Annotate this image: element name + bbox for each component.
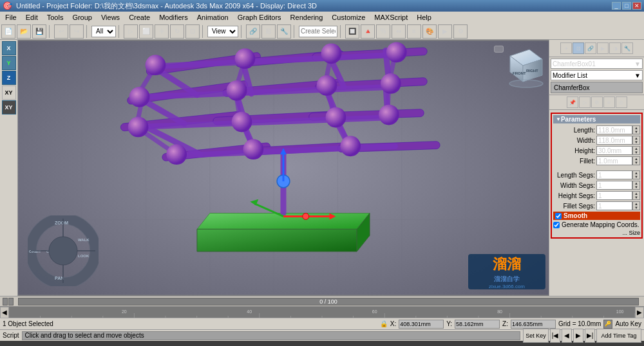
render-setup-button[interactable]: ⚙ — [453, 24, 468, 39]
lock-icon[interactable]: 🔒 — [380, 320, 388, 327]
rp-select-icon[interactable]: ▷ — [579, 96, 591, 108]
link-button[interactable]: 🔗 — [246, 24, 260, 39]
modifier-dropdown-arrow[interactable]: ▼ — [634, 72, 641, 79]
object-name-field[interactable]: ChamferBox01 ▼ — [551, 59, 643, 69]
rp-modify-icon[interactable]: ⊡ — [573, 42, 584, 54]
minimize-button[interactable]: _ — [612, 2, 621, 10]
save-button[interactable]: 💾 — [32, 24, 46, 39]
rp-motion-icon[interactable]: ▶ — [597, 42, 609, 54]
all-dropdown[interactable]: All — [91, 26, 116, 37]
material-button[interactable]: 🎨 — [422, 24, 437, 39]
select-region-button[interactable]: ⬜ — [139, 24, 153, 39]
viewport[interactable]: Orthographic — [18, 40, 549, 296]
time-controls[interactable]: |◀ — [550, 329, 560, 343]
timeline-track[interactable]: 20 40 60 80 100 — [9, 307, 635, 318]
param-width-spinner[interactable]: ▲ ▼ — [632, 136, 640, 145]
param-fillet-value[interactable]: 1.0mm — [596, 156, 632, 165]
lt-y-axis[interactable]: Y — [2, 56, 16, 70]
param-height-value[interactable]: 30.0mm — [596, 146, 632, 155]
param-height-segs-value[interactable]: 1 — [596, 191, 632, 200]
timeline-prev-btn[interactable]: ◀ — [0, 307, 9, 318]
params-collapse-icon[interactable]: ▼ — [556, 116, 561, 122]
lt-x-axis[interactable]: X — [2, 41, 16, 55]
rotate-button[interactable]: ↻ — [170, 24, 184, 39]
undo-button[interactable]: ↩ — [54, 24, 68, 39]
scale-button[interactable]: ⊡ — [185, 24, 200, 39]
percent-snap-button[interactable]: % — [376, 24, 390, 39]
menu-customize[interactable]: Customize — [328, 13, 369, 22]
param-fillet-segs-spinner[interactable]: ▲ ▼ — [632, 201, 640, 210]
menu-group[interactable]: Group — [68, 13, 96, 22]
object-name-dropdown[interactable]: ▼ — [634, 60, 641, 68]
lt-xy-plane[interactable]: XY — [2, 86, 16, 100]
param-length-segs-spinner[interactable]: ▲ ▼ — [632, 170, 640, 179]
angle-snap-button[interactable]: 🔺 — [361, 24, 375, 39]
toolbar-main: 📄 📂 💾 ↩ ↪ All ▷ ⬜ ✛ ↻ ⊡ View 🔗 ⛓ 🔧 🔲 🔺 %… — [0, 23, 644, 40]
menu-views[interactable]: Views — [97, 13, 124, 22]
y-coord-input[interactable]: 58.162mm — [455, 320, 500, 329]
render-button[interactable]: ▶ — [438, 24, 452, 39]
maximize-button[interactable]: □ — [622, 2, 631, 10]
keyframe-controls — [3, 298, 15, 305]
mirror-button[interactable]: ⇔ — [392, 24, 406, 39]
selection-set-input[interactable] — [299, 26, 337, 37]
gen-mapping-checkbox[interactable] — [553, 222, 560, 228]
menu-create[interactable]: Create — [125, 13, 154, 22]
smooth-checkbox[interactable] — [555, 213, 562, 219]
menu-animation[interactable]: Animation — [193, 13, 232, 22]
rp-create-icon[interactable]: ✦ — [560, 42, 572, 54]
z-coord-input[interactable]: 146.635mm — [511, 320, 556, 329]
rp-channel-icon[interactable]: ≡ — [603, 96, 615, 108]
lt-xy-2[interactable]: XY — [2, 100, 16, 114]
menu-graph-editors[interactable]: Graph Editors — [234, 13, 285, 22]
menu-maxscript[interactable]: MAXScript — [370, 13, 412, 22]
param-fillet-segs-value[interactable]: 1 — [596, 201, 632, 210]
modifier-list-dropdown[interactable]: Modifier List ▼ — [551, 70, 643, 80]
new-button[interactable]: 📄 — [1, 24, 15, 39]
timeline-next-btn[interactable]: ▶ — [635, 307, 644, 318]
param-height-spinner[interactable]: ▲ ▼ — [632, 146, 640, 155]
menu-edit[interactable]: Edit — [22, 13, 42, 22]
view-dropdown[interactable]: View — [207, 26, 238, 37]
bind-button[interactable]: 🔧 — [277, 24, 291, 39]
menu-file[interactable]: File — [1, 13, 21, 22]
select-button[interactable]: ▷ — [124, 24, 138, 39]
align-button[interactable]: ≡ — [407, 24, 421, 39]
prev-frame-btn[interactable]: ◀ — [562, 329, 572, 343]
param-width-segs-spinner[interactable]: ▲ ▼ — [632, 181, 640, 190]
redo-button[interactable]: ↪ — [70, 24, 84, 39]
next-frame-btn[interactable]: ▶| — [585, 329, 595, 343]
param-length-segs-value[interactable]: 1 — [596, 170, 632, 179]
rp-pin-icon[interactable]: 📌 — [567, 96, 578, 108]
menu-rendering[interactable]: Rendering — [287, 13, 327, 22]
rp-show-icon[interactable]: ◎ — [616, 96, 627, 108]
menu-modifiers[interactable]: Modifiers — [155, 13, 192, 22]
move-button[interactable]: ✛ — [155, 24, 169, 39]
nav-cube[interactable]: FRONT RIGHT — [504, 46, 542, 85]
param-length-spinner[interactable]: ▲ ▼ — [632, 125, 640, 134]
progress-track[interactable]: 0 / 100 — [18, 298, 639, 305]
rp-display-icon[interactable]: ◑ — [609, 42, 621, 54]
menu-help[interactable]: Help — [413, 13, 435, 22]
x-coord-input[interactable]: 408.301mm — [399, 320, 444, 329]
add-time-tag-btn[interactable]: Add Time Tag — [596, 329, 641, 343]
param-length-value[interactable]: 118.0mm — [596, 125, 632, 134]
prev-key-btn[interactable] — [3, 298, 8, 305]
param-width-segs-value[interactable]: 1 — [596, 181, 632, 190]
lt-z-axis[interactable]: Z — [2, 71, 16, 85]
param-fillet-spinner[interactable]: ▲ ▼ — [632, 156, 640, 165]
play-btn[interactable]: ▶ — [573, 329, 583, 343]
open-button[interactable]: 📂 — [17, 24, 31, 39]
next-key-btn[interactable] — [8, 298, 14, 305]
param-height-segs-spinner[interactable]: ▲ ▼ — [632, 191, 640, 200]
snap-button[interactable]: 🔲 — [345, 24, 359, 39]
unlink-button[interactable]: ⛓ — [261, 24, 276, 39]
rp-configure-icon[interactable]: ⚙ — [591, 96, 603, 108]
close-button[interactable]: ✕ — [632, 2, 641, 10]
set-key-button[interactable]: Set Key — [523, 329, 549, 343]
menu-tools[interactable]: Tools — [43, 13, 68, 22]
param-width-value[interactable]: 118.0mm — [596, 136, 632, 145]
rp-hierarchy-icon[interactable]: 🔗 — [585, 42, 596, 54]
nav-gizmo[interactable]: ZOOM ORBIT CENTER WALK LOOK PAN — [28, 215, 99, 286]
rp-utilities-icon[interactable]: 🔧 — [621, 42, 633, 54]
